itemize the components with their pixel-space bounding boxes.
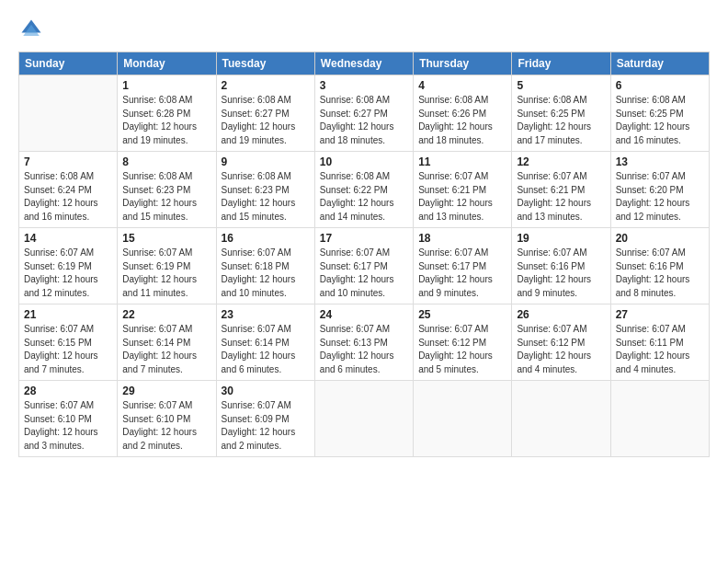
calendar-cell: 30Sunrise: 6:07 AMSunset: 6:09 PMDayligh… — [216, 381, 314, 457]
day-number: 12 — [517, 155, 605, 168]
day-number: 7 — [24, 155, 112, 168]
day-number: 3 — [320, 79, 408, 92]
calendar-cell: 7Sunrise: 6:08 AMSunset: 6:24 PMDaylight… — [19, 152, 118, 228]
calendar-cell: 22Sunrise: 6:07 AMSunset: 6:14 PMDayligh… — [118, 304, 216, 381]
calendar-cell: 26Sunrise: 6:07 AMSunset: 6:12 PMDayligh… — [512, 304, 610, 381]
day-info: Sunrise: 6:07 AMSunset: 6:09 PMDaylight:… — [222, 399, 310, 453]
day-number: 6 — [616, 79, 704, 92]
day-info: Sunrise: 6:08 AMSunset: 6:26 PMDaylight:… — [418, 94, 506, 147]
calendar-cell: 4Sunrise: 6:08 AMSunset: 6:26 PMDaylight… — [414, 75, 512, 152]
calendar-cell — [314, 381, 413, 457]
day-info: Sunrise: 6:08 AMSunset: 6:28 PMDaylight:… — [122, 94, 210, 147]
calendar-cell: 15Sunrise: 6:07 AMSunset: 6:19 PMDayligh… — [118, 228, 216, 304]
day-header-tuesday: Tuesday — [216, 52, 314, 75]
calendar-cell: 16Sunrise: 6:07 AMSunset: 6:18 PMDayligh… — [216, 228, 314, 304]
calendar-cell: 9Sunrise: 6:08 AMSunset: 6:23 PMDaylight… — [216, 152, 314, 228]
calendar-cell: 12Sunrise: 6:07 AMSunset: 6:21 PMDayligh… — [512, 152, 610, 228]
day-info: Sunrise: 6:07 AMSunset: 6:21 PMDaylight:… — [517, 170, 605, 224]
calendar-cell — [19, 75, 118, 152]
calendar-cell: 23Sunrise: 6:07 AMSunset: 6:14 PMDayligh… — [216, 304, 314, 381]
day-info: Sunrise: 6:07 AMSunset: 6:12 PMDaylight:… — [517, 323, 605, 376]
day-number: 28 — [24, 385, 112, 397]
day-number: 11 — [418, 155, 506, 168]
day-info: Sunrise: 6:08 AMSunset: 6:27 PMDaylight:… — [320, 94, 408, 147]
calendar-cell: 6Sunrise: 6:08 AMSunset: 6:25 PMDaylight… — [610, 75, 709, 152]
day-number: 15 — [122, 232, 210, 245]
day-info: Sunrise: 6:08 AMSunset: 6:25 PMDaylight:… — [517, 94, 605, 147]
calendar-cell: 17Sunrise: 6:07 AMSunset: 6:17 PMDayligh… — [314, 228, 413, 304]
calendar-cell: 2Sunrise: 6:08 AMSunset: 6:27 PMDaylight… — [216, 75, 314, 152]
day-number: 25 — [418, 308, 506, 321]
day-number: 4 — [418, 79, 506, 92]
calendar-cell: 10Sunrise: 6:08 AMSunset: 6:22 PMDayligh… — [314, 152, 413, 228]
calendar-cell: 27Sunrise: 6:07 AMSunset: 6:11 PMDayligh… — [610, 304, 709, 381]
day-number: 24 — [320, 308, 408, 321]
day-header-sunday: Sunday — [19, 52, 118, 75]
day-number: 22 — [122, 308, 210, 321]
calendar-cell: 1Sunrise: 6:08 AMSunset: 6:28 PMDaylight… — [118, 75, 216, 152]
day-info: Sunrise: 6:08 AMSunset: 6:23 PMDaylight:… — [122, 170, 210, 224]
day-number: 14 — [24, 232, 112, 245]
day-number: 26 — [517, 308, 605, 321]
day-info: Sunrise: 6:07 AMSunset: 6:18 PMDaylight:… — [222, 247, 310, 300]
calendar-cell — [512, 381, 610, 457]
day-number: 16 — [222, 232, 310, 245]
calendar-cell: 13Sunrise: 6:07 AMSunset: 6:20 PMDayligh… — [610, 152, 709, 228]
calendar-cell: 20Sunrise: 6:07 AMSunset: 6:16 PMDayligh… — [610, 228, 709, 304]
day-info: Sunrise: 6:07 AMSunset: 6:17 PMDaylight:… — [320, 247, 408, 300]
calendar-cell: 5Sunrise: 6:08 AMSunset: 6:25 PMDaylight… — [512, 75, 610, 152]
day-number: 9 — [222, 155, 310, 168]
day-info: Sunrise: 6:07 AMSunset: 6:17 PMDaylight:… — [418, 247, 506, 300]
week-row-5: 28Sunrise: 6:07 AMSunset: 6:10 PMDayligh… — [19, 381, 710, 457]
day-info: Sunrise: 6:07 AMSunset: 6:16 PMDaylight:… — [616, 247, 704, 300]
day-info: Sunrise: 6:07 AMSunset: 6:10 PMDaylight:… — [122, 399, 210, 453]
day-header-monday: Monday — [118, 52, 216, 75]
day-info: Sunrise: 6:08 AMSunset: 6:25 PMDaylight:… — [616, 94, 704, 147]
calendar-cell: 19Sunrise: 6:07 AMSunset: 6:16 PMDayligh… — [512, 228, 610, 304]
day-info: Sunrise: 6:07 AMSunset: 6:10 PMDaylight:… — [24, 399, 112, 453]
day-info: Sunrise: 6:07 AMSunset: 6:11 PMDaylight:… — [616, 323, 704, 376]
day-info: Sunrise: 6:07 AMSunset: 6:12 PMDaylight:… — [418, 323, 506, 376]
day-number: 23 — [222, 308, 310, 321]
day-info: Sunrise: 6:07 AMSunset: 6:19 PMDaylight:… — [122, 247, 210, 300]
week-row-3: 14Sunrise: 6:07 AMSunset: 6:19 PMDayligh… — [19, 228, 710, 304]
day-number: 2 — [222, 79, 310, 92]
day-number: 30 — [222, 385, 310, 397]
calendar-cell — [610, 381, 709, 457]
day-info: Sunrise: 6:07 AMSunset: 6:14 PMDaylight:… — [222, 323, 310, 376]
logo-icon — [18, 17, 44, 42]
calendar-header-row: SundayMondayTuesdayWednesdayThursdayFrid… — [19, 52, 710, 75]
week-row-2: 7Sunrise: 6:08 AMSunset: 6:24 PMDaylight… — [19, 152, 710, 228]
day-info: Sunrise: 6:07 AMSunset: 6:13 PMDaylight:… — [320, 323, 408, 376]
day-header-saturday: Saturday — [610, 52, 709, 75]
day-info: Sunrise: 6:07 AMSunset: 6:15 PMDaylight:… — [24, 323, 112, 376]
day-info: Sunrise: 6:08 AMSunset: 6:22 PMDaylight:… — [320, 170, 408, 224]
day-header-thursday: Thursday — [414, 52, 512, 75]
day-info: Sunrise: 6:07 AMSunset: 6:21 PMDaylight:… — [418, 170, 506, 224]
calendar-cell: 28Sunrise: 6:07 AMSunset: 6:10 PMDayligh… — [19, 381, 118, 457]
calendar-cell: 29Sunrise: 6:07 AMSunset: 6:10 PMDayligh… — [118, 381, 216, 457]
calendar-cell: 25Sunrise: 6:07 AMSunset: 6:12 PMDayligh… — [414, 304, 512, 381]
day-info: Sunrise: 6:07 AMSunset: 6:19 PMDaylight:… — [24, 247, 112, 300]
day-number: 20 — [616, 232, 704, 245]
calendar-cell: 11Sunrise: 6:07 AMSunset: 6:21 PMDayligh… — [414, 152, 512, 228]
page: SundayMondayTuesdayWednesdayThursdayFrid… — [0, 0, 728, 563]
day-number: 29 — [122, 385, 210, 397]
day-number: 1 — [122, 79, 210, 92]
day-number: 13 — [616, 155, 704, 168]
day-number: 5 — [517, 79, 605, 92]
week-row-1: 1Sunrise: 6:08 AMSunset: 6:28 PMDaylight… — [19, 75, 710, 152]
calendar-cell: 18Sunrise: 6:07 AMSunset: 6:17 PMDayligh… — [414, 228, 512, 304]
day-number: 27 — [616, 308, 704, 321]
calendar-cell: 14Sunrise: 6:07 AMSunset: 6:19 PMDayligh… — [19, 228, 118, 304]
calendar-cell: 8Sunrise: 6:08 AMSunset: 6:23 PMDaylight… — [118, 152, 216, 228]
day-header-wednesday: Wednesday — [314, 52, 413, 75]
week-row-4: 21Sunrise: 6:07 AMSunset: 6:15 PMDayligh… — [19, 304, 710, 381]
day-number: 10 — [320, 155, 408, 168]
day-info: Sunrise: 6:07 AMSunset: 6:16 PMDaylight:… — [517, 247, 605, 300]
day-info: Sunrise: 6:08 AMSunset: 6:27 PMDaylight:… — [222, 94, 310, 147]
day-number: 19 — [517, 232, 605, 245]
day-info: Sunrise: 6:07 AMSunset: 6:14 PMDaylight:… — [122, 323, 210, 376]
day-number: 8 — [122, 155, 210, 168]
day-header-friday: Friday — [512, 52, 610, 75]
